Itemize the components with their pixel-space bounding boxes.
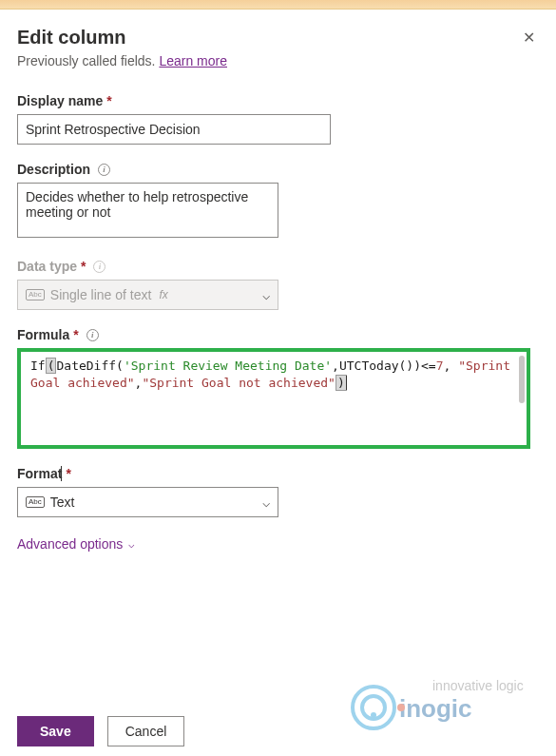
formula-content: If(DateDiff('Sprint Review Meeting Date'… (21, 352, 527, 445)
format-value: Text (50, 494, 75, 510)
formula-label-text: Formula (17, 327, 69, 342)
text-type-icon: Abc (26, 289, 45, 300)
close-button[interactable]: ✕ (519, 27, 539, 49)
display-name-label-text: Display name (17, 93, 103, 108)
token-paren-open: ( (46, 358, 57, 374)
svg-text:innovative logic: innovative logic (432, 678, 524, 693)
panel-title: Edit column (17, 27, 125, 48)
svg-point-5 (397, 704, 405, 711)
formula-editor[interactable]: If(DateDiff('Sprint Review Meeting Date'… (17, 348, 530, 449)
description-label: Description i (17, 162, 539, 177)
token-arg1: 'Sprint Review Meeting Date' (124, 359, 332, 373)
token-str2: "Sprint Goal not achieved" (142, 376, 336, 390)
svg-point-1 (362, 696, 385, 719)
edit-column-panel: Edit column ✕ Previously called fields. … (0, 10, 556, 756)
dropdown-content: Abc Single line of text fx (26, 287, 168, 302)
description-input[interactable]: Decides whether to help retrospective me… (17, 183, 278, 238)
format-label: Format * (17, 466, 539, 481)
token-comma: , (332, 359, 339, 373)
scrollbar[interactable] (519, 356, 525, 403)
chevron-down-icon: ⌵ (262, 287, 270, 302)
advanced-options-label: Advanced options (17, 536, 123, 552)
required-asterisk: * (73, 327, 78, 342)
panel-header: Edit column ✕ (17, 27, 539, 49)
learn-more-link[interactable]: Learn more (159, 53, 227, 68)
svg-text:inogic: inogic (399, 694, 472, 723)
dropdown-content: Abc Text (26, 494, 74, 510)
token-utctoday: UTCToday (339, 359, 399, 373)
text-type-icon: Abc (26, 496, 45, 508)
token-op: <= (421, 359, 436, 373)
panel-subtitle: Previously called fields. Learn more (17, 53, 539, 68)
token-paren-close: ) (336, 375, 347, 391)
browser-top-bar (0, 0, 556, 10)
display-name-label: Display name * (17, 93, 539, 108)
info-icon[interactable]: i (93, 261, 105, 273)
format-dropdown[interactable]: Abc Text ⌵ (17, 487, 278, 517)
description-label-text: Description (17, 162, 90, 177)
chevron-down-icon: ⌵ (262, 494, 270, 510)
data-type-dropdown: Abc Single line of text fx ⌵ (17, 280, 278, 310)
token-datediff: DateDiff (56, 359, 116, 373)
description-group: Description i Decides whether to help re… (17, 162, 539, 242)
cancel-button[interactable]: Cancel (107, 716, 185, 746)
format-group: Format * Abc Text ⌵ (17, 466, 539, 517)
token-comma: , (444, 359, 459, 373)
token-if: If (30, 359, 46, 373)
formula-label: Formula * i (17, 327, 539, 342)
close-icon: ✕ (523, 29, 535, 46)
format-label-text: Format (17, 466, 62, 481)
display-name-input[interactable] (17, 114, 331, 145)
required-asterisk: * (81, 259, 86, 274)
token-num: 7 (436, 359, 444, 373)
svg-point-0 (353, 687, 394, 728)
info-icon[interactable]: i (86, 329, 99, 341)
subtitle-text: Previously called fields. (17, 53, 159, 68)
display-name-group: Display name * (17, 93, 539, 145)
info-icon[interactable]: i (98, 164, 110, 176)
panel-footer: Save Cancel (17, 716, 184, 746)
formula-group: Formula * i If(DateDiff('Sprint Review M… (17, 327, 539, 449)
required-asterisk: * (66, 466, 70, 481)
data-type-value: Single line of text (50, 287, 152, 302)
chevron-down-icon: ⌵ (128, 538, 135, 551)
svg-point-2 (371, 712, 376, 718)
advanced-options-toggle[interactable]: Advanced options ⌵ (17, 536, 539, 552)
watermark-logo: innovative logic inogic (347, 662, 537, 742)
token-paren: ()) (399, 359, 421, 373)
token-paren: ( (116, 359, 124, 373)
text-cursor (346, 376, 347, 390)
fx-icon: fx (159, 288, 167, 301)
data-type-group: Data type * i Abc Single line of text fx… (17, 259, 539, 310)
save-button[interactable]: Save (17, 716, 94, 746)
required-asterisk: * (106, 93, 111, 108)
data-type-label-text: Data type (17, 259, 77, 274)
data-type-label: Data type * i (17, 259, 539, 274)
